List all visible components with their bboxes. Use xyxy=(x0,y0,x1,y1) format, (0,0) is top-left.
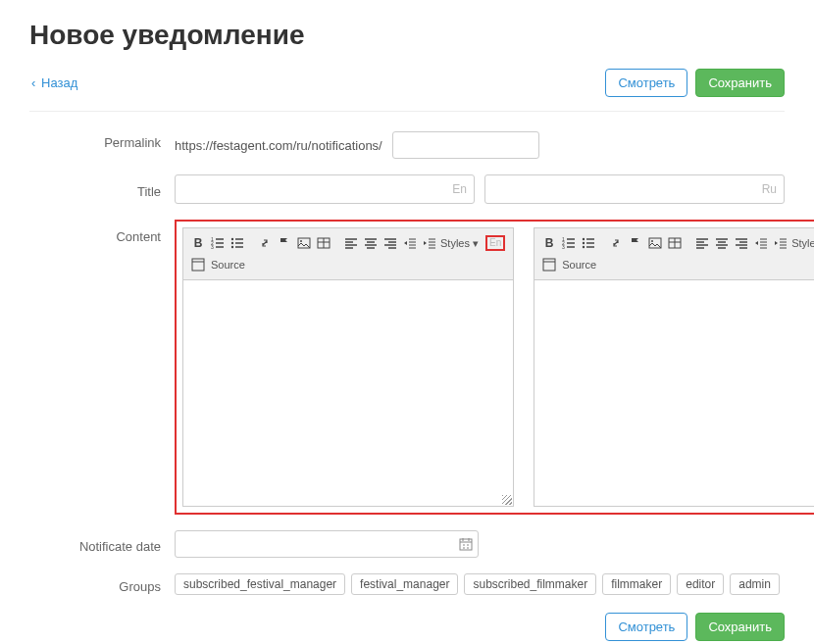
title-ru-wrap: Ru xyxy=(484,174,785,204)
link-icon[interactable] xyxy=(607,234,625,252)
align-center-icon[interactable] xyxy=(713,234,731,252)
svg-point-17 xyxy=(651,240,653,242)
back-label: Назад xyxy=(41,75,77,90)
content-label: Content xyxy=(29,220,175,244)
title-en-wrap: En xyxy=(175,174,475,204)
back-link[interactable]: ‹ Назад xyxy=(29,75,77,90)
align-left-icon[interactable] xyxy=(693,234,711,252)
content-ru-textarea[interactable] xyxy=(534,279,814,507)
footer-buttons: Смотреть Сохранить xyxy=(29,613,785,641)
chevron-down-icon: ▾ xyxy=(473,237,479,250)
styles-dropdown[interactable]: Styles ▾ En xyxy=(440,235,507,251)
page-title: Новое уведомление xyxy=(29,20,785,51)
view-button[interactable]: Смотреть xyxy=(605,613,687,641)
svg-point-15 xyxy=(583,246,585,248)
chevron-left-icon: ‹ xyxy=(31,75,35,90)
title-label: Title xyxy=(29,180,175,199)
calendar-icon[interactable] xyxy=(459,537,473,551)
top-bar: ‹ Назад Смотреть Сохранить xyxy=(29,69,785,112)
flag-icon[interactable] xyxy=(276,234,293,252)
content-row: Content B 123 xyxy=(29,220,785,515)
group-tag[interactable]: admin xyxy=(730,573,780,595)
svg-point-13 xyxy=(583,238,585,240)
link-icon[interactable] xyxy=(256,234,274,252)
editor-en: B 123 xyxy=(182,227,514,507)
svg-text:3: 3 xyxy=(211,244,214,250)
styles-label: Styles xyxy=(791,237,814,249)
align-right-icon[interactable] xyxy=(382,234,399,252)
save-button[interactable]: Сохранить xyxy=(695,69,785,97)
source-icon[interactable] xyxy=(540,256,558,273)
view-button[interactable]: Смотреть xyxy=(605,69,687,97)
image-icon[interactable] xyxy=(646,234,664,252)
indent-icon[interactable] xyxy=(421,234,438,252)
notif-date-wrap xyxy=(175,530,479,558)
title-ru-input[interactable] xyxy=(484,174,785,204)
group-tag[interactable]: subscribed_filmmaker xyxy=(464,573,596,595)
bullet-list-icon[interactable] xyxy=(229,234,246,252)
source-label[interactable]: Source xyxy=(211,259,245,271)
svg-point-5 xyxy=(231,246,233,248)
bullet-list-icon[interactable] xyxy=(580,234,597,252)
toolbar-ru: B 123 xyxy=(534,227,814,279)
permalink-row: Permalink https://festagent.com/ru/notif… xyxy=(29,131,785,159)
permalink-prefix: https://festagent.com/ru/notifications/ xyxy=(175,138,382,153)
title-en-input[interactable] xyxy=(175,174,475,204)
image-icon[interactable] xyxy=(295,234,313,252)
save-button[interactable]: Сохранить xyxy=(695,613,785,641)
outdent-icon[interactable] xyxy=(401,234,419,252)
align-center-icon[interactable] xyxy=(362,234,380,252)
groups-tags: subscribed_festival_manager festival_man… xyxy=(175,573,780,595)
table-icon[interactable] xyxy=(315,234,332,252)
outdent-icon[interactable] xyxy=(752,234,770,252)
header-buttons: Смотреть Сохранить xyxy=(605,69,785,97)
groups-row: Groups subscribed_festival_manager festi… xyxy=(29,573,785,595)
svg-rect-9 xyxy=(192,259,204,271)
numbered-list-icon[interactable]: 123 xyxy=(209,234,227,252)
align-left-icon[interactable] xyxy=(342,234,360,252)
styles-label: Styles xyxy=(440,237,470,249)
svg-point-14 xyxy=(583,242,585,244)
bold-icon[interactable]: B xyxy=(189,234,207,252)
content-en-textarea[interactable] xyxy=(182,279,514,507)
indent-icon[interactable] xyxy=(772,234,789,252)
align-right-icon[interactable] xyxy=(733,234,750,252)
title-row: Title En Ru xyxy=(29,174,785,204)
groups-label: Groups xyxy=(29,575,175,594)
lang-en-marker: En xyxy=(485,235,505,251)
group-tag[interactable]: filmmaker xyxy=(602,573,671,595)
source-icon[interactable] xyxy=(189,256,207,273)
source-label[interactable]: Source xyxy=(562,259,596,271)
group-tag[interactable]: editor xyxy=(677,573,724,595)
notif-date-row: Notificate date xyxy=(29,530,785,558)
content-highlight: B 123 xyxy=(175,220,814,515)
toolbar-en: B 123 xyxy=(182,227,514,279)
flag-icon[interactable] xyxy=(627,234,644,252)
svg-text:3: 3 xyxy=(562,244,565,250)
notif-date-input[interactable] xyxy=(175,530,479,558)
numbered-list-icon[interactable]: 123 xyxy=(560,234,578,252)
svg-point-3 xyxy=(231,238,233,240)
svg-point-7 xyxy=(300,240,302,242)
permalink-input[interactable] xyxy=(392,131,539,159)
svg-rect-20 xyxy=(460,539,472,550)
editor-ru: B 123 xyxy=(534,227,814,507)
svg-rect-19 xyxy=(543,259,555,271)
group-tag[interactable]: festival_manager xyxy=(351,573,458,595)
group-tag[interactable]: subscribed_festival_manager xyxy=(175,573,345,595)
svg-point-4 xyxy=(231,242,233,244)
notif-date-label: Notificate date xyxy=(29,535,175,554)
styles-dropdown[interactable]: Styles ▾ Ru xyxy=(791,235,814,251)
bold-icon[interactable]: B xyxy=(540,234,558,252)
permalink-label: Permalink xyxy=(29,131,175,150)
table-icon[interactable] xyxy=(666,234,684,252)
form: Permalink https://festagent.com/ru/notif… xyxy=(29,131,785,641)
